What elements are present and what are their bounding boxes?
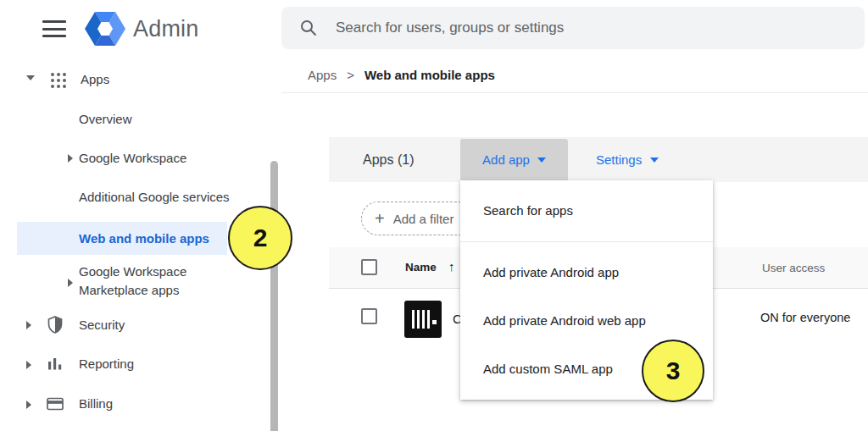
menu-item-add-private-android-web-app[interactable]: Add private Android web app — [483, 313, 646, 328]
sidebar-item-apps[interactable]: Apps — [81, 72, 109, 86]
add-app-button-label: Add app — [482, 152, 530, 167]
step-annotation-2: 2 — [228, 206, 292, 270]
settings-button-label: Settings — [596, 152, 642, 167]
add-app-button[interactable]: Add app — [460, 139, 568, 180]
dropdown-arrow-icon — [650, 157, 659, 163]
breadcrumb: Apps > Web and mobile apps — [308, 68, 495, 82]
apps-grid-icon — [49, 71, 68, 90]
step-annotation-3: 3 — [642, 340, 704, 402]
sidebar-item-billing[interactable]: Billing — [79, 396, 113, 411]
sort-ascending-icon[interactable]: ↑ — [448, 259, 455, 274]
hamburger-menu-icon[interactable] — [42, 20, 66, 37]
apps-count-label: Apps (1) — [363, 152, 414, 168]
column-header-user-access: User access — [762, 262, 825, 274]
sidebar-item-overview[interactable]: Overview — [79, 112, 132, 126]
sidebar-item-google-workspace[interactable]: Google Workspace — [79, 151, 186, 165]
menu-divider — [460, 241, 713, 242]
chevron-down-icon[interactable] — [26, 75, 35, 80]
add-filter-label: Add a filter — [393, 212, 454, 226]
credit-card-billing-icon — [47, 397, 64, 411]
global-search-bar[interactable] — [281, 7, 865, 49]
column-header-name[interactable]: Name — [405, 261, 437, 274]
chevron-right-icon[interactable] — [26, 321, 31, 329]
bar-chart-reporting-icon — [47, 356, 63, 372]
menu-item-search-for-apps[interactable]: Search for apps — [483, 203, 573, 218]
user-access-cell: ON for everyone — [760, 311, 850, 324]
breadcrumb-divider — [281, 92, 868, 93]
search-input[interactable] — [336, 19, 865, 36]
shield-security-icon — [47, 316, 64, 334]
chevron-right-icon[interactable] — [26, 361, 31, 369]
google-admin-logo-icon — [85, 10, 125, 51]
chevron-right-icon[interactable] — [68, 154, 73, 163]
menu-item-add-private-android-app[interactable]: Add private Android app — [483, 265, 619, 279]
breadcrumb-separator: > — [347, 68, 354, 82]
sidebar-item-security[interactable]: Security — [79, 318, 125, 332]
chevron-right-icon[interactable] — [68, 279, 73, 287]
chevron-right-icon[interactable] — [26, 401, 31, 409]
row-checkbox[interactable] — [361, 308, 377, 324]
sidebar-item-web-and-mobile-apps-label[interactable]: Web and mobile apps — [79, 231, 209, 246]
dropdown-arrow-icon — [537, 157, 546, 163]
search-icon — [300, 19, 317, 36]
settings-button[interactable]: Settings — [596, 137, 659, 182]
admin-console-screen: Admin Apps > Web and mobile apps Apps Ov… — [0, 0, 868, 431]
sidebar-item-additional-google-services[interactable]: Additional Google services — [79, 190, 230, 204]
plus-icon: + — [375, 209, 385, 229]
sidebar-scrollbar[interactable] — [270, 161, 278, 431]
app-logo-icon — [404, 301, 442, 338]
sidebar-item-reporting[interactable]: Reporting — [79, 356, 134, 371]
breadcrumb-parent[interactable]: Apps — [308, 68, 337, 82]
sidebar-item-marketplace-apps[interactable]: Google Workspace Marketplace apps — [79, 262, 227, 300]
select-all-checkbox[interactable] — [361, 259, 377, 275]
breadcrumb-current: Web and mobile apps — [364, 68, 495, 82]
menu-item-add-custom-saml-app[interactable]: Add custom SAML app — [483, 362, 613, 376]
app-title: Admin — [133, 16, 199, 42]
